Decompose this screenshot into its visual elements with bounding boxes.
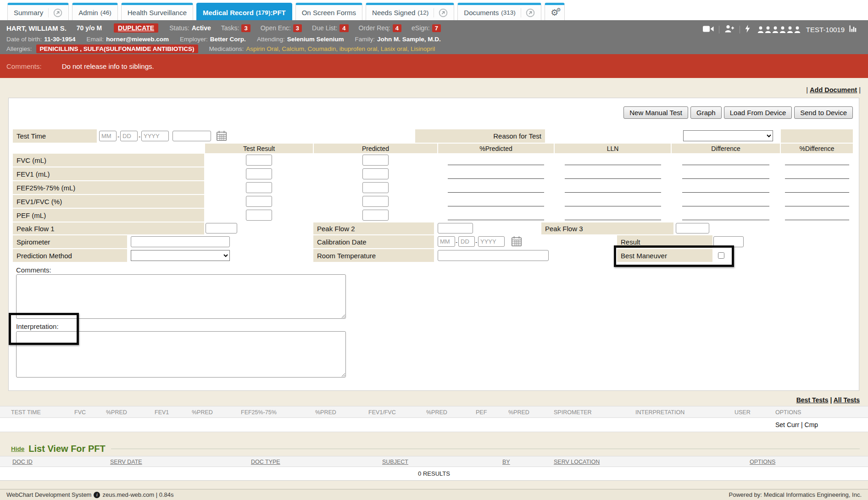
- order-req-count-badge[interactable]: 4: [393, 24, 401, 32]
- calibration-month-input[interactable]: [438, 236, 455, 247]
- test-time-day-input[interactable]: [120, 131, 138, 141]
- footer: WebChart Development System i zeus.med-w…: [0, 489, 868, 500]
- fvc-pct-difference-line: [785, 165, 849, 165]
- medications-value[interactable]: Aspirin Oral, Calcium, Coumadin, ibuprof…: [246, 45, 435, 52]
- calibration-year-input[interactable]: [478, 236, 505, 247]
- open-documents-icon[interactable]: [521, 8, 535, 17]
- fev1-fvc-pct-difference-line: [785, 206, 849, 206]
- tab-documents-label: Documents: [464, 9, 499, 17]
- comments-field-label: Comments:: [16, 266, 51, 274]
- test-time-calendar-icon[interactable]: [216, 130, 228, 142]
- test-time-year-input[interactable]: [141, 131, 169, 141]
- send-to-device-button[interactable]: Send to Device: [794, 106, 853, 119]
- esign-label: eSign:: [412, 24, 430, 32]
- pef-predicted-input[interactable]: [362, 210, 389, 221]
- row-label-fev1-fvc: FEV1/FVC (%): [13, 195, 204, 208]
- tab-on-screen-forms[interactable]: On Screen Forms: [295, 3, 362, 20]
- reason-for-test-select[interactable]: [683, 130, 773, 141]
- open-needs-signed-icon[interactable]: [434, 8, 448, 17]
- tab-health-surveillance[interactable]: Health Surveillance: [121, 3, 193, 20]
- tab-admin[interactable]: Admin (46): [72, 3, 118, 20]
- interpretation-textarea[interactable]: [16, 331, 346, 378]
- graph-button[interactable]: Graph: [690, 106, 722, 119]
- fev1-fvc-difference-line: [682, 206, 769, 206]
- list-header-options[interactable]: OPTIONS: [750, 459, 775, 465]
- active-users-icons: [757, 26, 801, 33]
- tab-documents-count: (313): [501, 9, 516, 16]
- results-header-pct-pred-4: %PRED: [426, 409, 447, 416]
- list-header-subject[interactable]: SUBJECT: [382, 459, 408, 465]
- family-value: John M. Sample, M.D.: [377, 36, 441, 43]
- list-header-doc-type[interactable]: DOC TYPE: [251, 459, 280, 465]
- video-camera-icon[interactable]: [703, 25, 714, 34]
- hide-list-view-link[interactable]: Hide: [11, 445, 24, 452]
- all-tests-link[interactable]: All Tests: [834, 396, 860, 404]
- list-header-by[interactable]: BY: [502, 459, 510, 465]
- tab-documents[interactable]: Documents (313): [457, 3, 541, 20]
- fev1-test-result-input[interactable]: [246, 168, 272, 179]
- pipe: |: [859, 86, 861, 94]
- peak-flow-3-input[interactable]: [676, 223, 709, 233]
- fev1-fvc-pct-predicted-line: [448, 206, 544, 206]
- load-from-device-button[interactable]: Load From Device: [724, 106, 792, 119]
- allergies-value[interactable]: PENICILLINS , SULFA(SULFONAMIDE ANTIBIOT…: [36, 44, 198, 53]
- esign-count-badge[interactable]: 7: [432, 24, 441, 32]
- spirometer-label: Spirometer: [13, 235, 127, 248]
- add-document-link[interactable]: Add Document: [810, 86, 857, 94]
- peak-flow-2-input[interactable]: [438, 223, 473, 233]
- test-time-month-input[interactable]: [99, 131, 117, 141]
- lightning-icon[interactable]: [745, 25, 750, 34]
- best-maneuver-checkbox[interactable]: [718, 252, 724, 259]
- comments-textarea[interactable]: [16, 274, 346, 319]
- date-separator: -: [475, 239, 477, 245]
- fev1-fvc-test-result-input[interactable]: [246, 196, 272, 207]
- tab-admin-count: (46): [100, 9, 111, 16]
- new-manual-test-button[interactable]: New Manual Test: [623, 106, 688, 119]
- fvc-predicted-input[interactable]: [362, 155, 389, 166]
- fef25-75-test-result-input[interactable]: [246, 182, 272, 193]
- due-list-count-badge[interactable]: 4: [339, 24, 348, 32]
- pft-form-panel: New Manual Test Graph Load From Device S…: [8, 98, 859, 391]
- tab-settings[interactable]: ⚙ ⚙: [545, 3, 565, 20]
- results-header-pct-pred-5: %PRED: [508, 409, 529, 416]
- col-header-pct-predicted: %Predicted: [438, 144, 554, 153]
- peak-flow-1-label: Peak Flow 1: [13, 222, 204, 234]
- calibration-day-input[interactable]: [458, 236, 475, 247]
- list-header-doc-id[interactable]: DOC ID: [12, 459, 33, 465]
- duplicate-flag[interactable]: DUPLICATE: [114, 23, 158, 33]
- prediction-method-select[interactable]: [131, 250, 230, 261]
- open-chart-icon[interactable]: [48, 8, 62, 17]
- pef-test-result-input[interactable]: [246, 210, 272, 221]
- open-enc-count-badge[interactable]: 3: [293, 24, 302, 32]
- interpretation-field-label: Interpretation:: [16, 322, 59, 330]
- list-header-serv-location[interactable]: SERV LOCATION: [554, 459, 600, 465]
- fev1-predicted-input[interactable]: [362, 168, 389, 179]
- dob-label: Date of birth:: [6, 36, 42, 43]
- tab-on-screen-forms-label: On Screen Forms: [302, 9, 356, 17]
- info-icon[interactable]: i: [94, 492, 100, 498]
- add-person-icon[interactable]: [724, 25, 734, 34]
- status-label: Status:: [169, 24, 189, 32]
- list-header-serv-date[interactable]: SERV DATE: [110, 459, 142, 465]
- best-tests-link[interactable]: Best Tests: [796, 396, 829, 404]
- peak-flow-3-label: Peak Flow 3: [541, 222, 673, 234]
- test-time-time-input[interactable]: [172, 131, 211, 141]
- calibration-date-label: Calibration Date: [313, 235, 434, 248]
- tab-medical-record[interactable]: Medical Record (179) :PFT: [196, 3, 292, 20]
- tab-summary[interactable]: Summary: [7, 3, 69, 20]
- bar-chart-icon[interactable]: [849, 25, 857, 33]
- spirometer-input[interactable]: [131, 236, 230, 247]
- calibration-calendar-icon[interactable]: [511, 236, 523, 248]
- fvc-test-result-input[interactable]: [246, 155, 272, 166]
- tasks-count-badge[interactable]: 3: [241, 24, 250, 32]
- peak-flow-1-input[interactable]: [206, 223, 237, 233]
- cmp-link[interactable]: Cmp: [805, 421, 818, 428]
- fef25-75-predicted-input[interactable]: [362, 182, 389, 193]
- results-header-pct-pred-1: %PRED: [106, 409, 127, 416]
- room-temperature-input[interactable]: [438, 250, 549, 261]
- tab-needs-signed[interactable]: Needs Signed (12): [366, 3, 454, 20]
- set-curr-link[interactable]: Set Curr: [775, 421, 799, 428]
- result-input[interactable]: [713, 236, 744, 247]
- fev1-fvc-predicted-input[interactable]: [362, 196, 389, 207]
- tests-filter-links: Best Tests | All Tests: [796, 396, 860, 404]
